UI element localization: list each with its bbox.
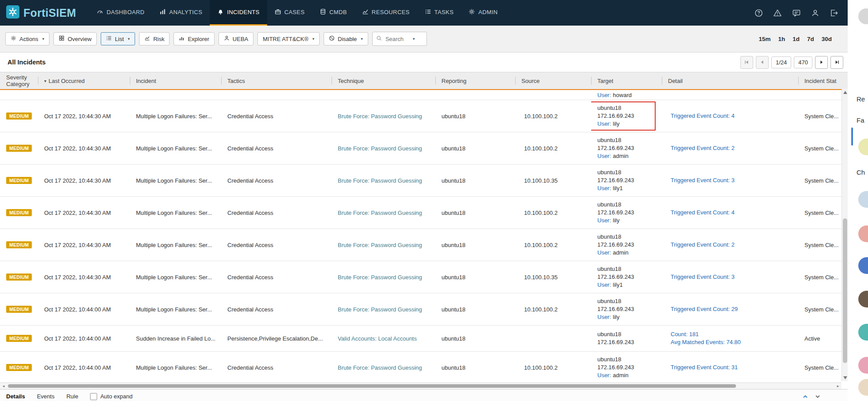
search-box[interactable]: ▾ xyxy=(372,32,427,46)
scroll-down-arrow[interactable] xyxy=(842,374,848,381)
detail-link[interactable]: Avg Matched Events: 74.80 xyxy=(671,338,741,346)
detail-link[interactable]: Triggered Event Count: 2 xyxy=(671,144,735,152)
ueba-button[interactable]: UEBA xyxy=(219,32,253,45)
table-row[interactable]: MEDIUM Oct 17 2022, 10:44:30 AM Multiple… xyxy=(0,132,842,165)
detail-link[interactable]: Triggered Event Count: 29 xyxy=(671,305,738,313)
actions-button[interactable]: Actions ▾ xyxy=(5,32,49,45)
scroll-right-arrow[interactable]: ▸ xyxy=(834,384,842,388)
table-row[interactable]: MEDIUM Oct 17 2022, 10:44:30 AM Multiple… xyxy=(0,165,842,197)
target-cell: ubuntu18 172.16.69.243 User:lily xyxy=(591,197,662,229)
header-tactics[interactable]: Tactics xyxy=(221,72,332,89)
technique-link[interactable]: Brute Force: Password Guessing xyxy=(338,210,422,216)
detail-link[interactable]: Triggered Event Count: 4 xyxy=(671,209,735,217)
header-last-occurred[interactable]: ▾ Last Occurred xyxy=(38,72,130,89)
tab-rule[interactable]: Rule xyxy=(66,393,78,400)
user-icon[interactable] xyxy=(811,9,819,17)
scroll-left-arrow[interactable]: ◂ xyxy=(0,384,7,388)
collapse-up-button[interactable] xyxy=(801,392,810,401)
first-page-button[interactable] xyxy=(740,56,753,69)
header-incident-status[interactable]: Incident Stat xyxy=(798,72,848,89)
table-row[interactable]: MEDIUM Oct 17 2022, 10:44:30 AM Multiple… xyxy=(0,229,842,261)
header-technique[interactable]: Technique xyxy=(332,72,435,89)
header-detail[interactable]: Detail xyxy=(662,72,798,89)
time-range-30d[interactable]: 30d xyxy=(822,36,832,42)
technique-link[interactable]: Brute Force: Password Guessing xyxy=(338,242,422,248)
scrollbar-track[interactable] xyxy=(842,96,848,374)
scrollbar-thumb[interactable] xyxy=(8,384,736,388)
nav-item-cmdb[interactable]: CMDB xyxy=(312,0,355,26)
vertical-scrollbar[interactable] xyxy=(842,89,848,381)
mitre-attack-button[interactable]: MITRE ATT&CK® ▾ xyxy=(257,32,320,45)
table-row[interactable]: MEDIUM Oct 17 2022, 10:44:30 AM Multiple… xyxy=(0,261,842,293)
header-source[interactable]: Source xyxy=(515,72,591,89)
technique-link[interactable]: Brute Force: Password Guessing xyxy=(338,145,422,152)
alert-triangle-icon[interactable] xyxy=(773,9,782,17)
time-range-1h[interactable]: 1h xyxy=(778,36,785,42)
detail-link[interactable]: Triggered Event Count: 3 xyxy=(671,176,735,184)
time-range-7d[interactable]: 7d xyxy=(807,36,814,42)
technique-link[interactable]: Brute Force: Password Guessing xyxy=(338,274,422,281)
risk-button[interactable]: Risk xyxy=(139,32,170,45)
technique-link[interactable]: Brute Force: Password Guessing xyxy=(338,306,422,313)
technique-link[interactable]: Brute Force: Password Guessing xyxy=(338,364,422,371)
overview-button[interactable]: Overview xyxy=(53,32,97,45)
explorer-button[interactable]: Explorer xyxy=(174,32,214,45)
search-input[interactable] xyxy=(385,35,409,43)
technique-link[interactable]: Valid Accounts: Local Accounts xyxy=(338,335,417,342)
table-row[interactable]: MEDIUM Oct 17 2022, 10:44:30 AM Multiple… xyxy=(0,197,842,229)
time-range-1d[interactable]: 1d xyxy=(793,36,800,42)
table-row-partial[interactable]: User:howard xyxy=(0,90,842,100)
header-severity-category[interactable]: Severity Category xyxy=(0,72,38,89)
tab-all-incidents[interactable]: All Incidents xyxy=(0,59,50,66)
technique-link[interactable]: Brute Force: Password Guessing xyxy=(338,113,422,120)
table-row[interactable]: MEDIUM Oct 17 2022, 10:44:00 AM Multiple… xyxy=(0,293,842,326)
header-target[interactable]: Target xyxy=(591,72,662,89)
disable-button[interactable]: Disable ▾ xyxy=(324,32,368,45)
brand[interactable]: FortiSIEM xyxy=(0,0,89,26)
scrollbar-track[interactable] xyxy=(7,383,834,389)
chat-icon[interactable] xyxy=(792,9,801,17)
nav-item-admin[interactable]: ADMIN xyxy=(461,0,505,26)
collapse-down-button[interactable] xyxy=(813,392,822,401)
nav-item-incidents[interactable]: INCIDENTS xyxy=(210,0,267,26)
nav-item-resources[interactable]: RESOURCES xyxy=(355,0,417,26)
scrollbar-thumb[interactable] xyxy=(843,218,847,363)
nav-item-dashboard[interactable]: DASHBOARD xyxy=(89,0,152,26)
table-row[interactable]: MEDIUM Oct 17 2022, 10:44:00 AM Sudden I… xyxy=(0,326,842,352)
detail-link[interactable]: Count: 181 xyxy=(671,330,699,338)
logout-icon[interactable] xyxy=(830,9,838,17)
tab-details[interactable]: Details xyxy=(6,393,25,400)
detail-link[interactable]: Triggered Event Count: 4 xyxy=(671,112,735,120)
header-reporting[interactable]: Reporting xyxy=(435,72,515,89)
help-icon[interactable] xyxy=(755,9,763,17)
previous-page-button[interactable] xyxy=(756,56,769,69)
detail-link[interactable]: Triggered Event Count: 2 xyxy=(671,241,735,249)
technique-link[interactable]: Brute Force: Password Guessing xyxy=(338,177,422,184)
nav-item-tasks[interactable]: TASKS xyxy=(417,0,461,26)
table-row[interactable]: MEDIUM Oct 17 2022, 10:44:00 AM Multiple… xyxy=(0,352,842,382)
reporting-cell xyxy=(435,90,515,100)
severity-cell: MEDIUM xyxy=(0,132,38,164)
detail-link[interactable]: Triggered Event Count: 3 xyxy=(671,273,735,281)
incident-cell: Multiple Logon Failures: Ser... xyxy=(130,165,221,196)
scroll-up-arrow[interactable] xyxy=(842,89,848,96)
page-indicator[interactable]: 1/24 xyxy=(771,56,791,68)
time-range-15m[interactable]: 15m xyxy=(759,36,770,42)
header-incident[interactable]: Incident xyxy=(130,72,221,89)
last-page-button[interactable] xyxy=(830,56,843,69)
detail-cell: Triggered Event Count: 29 xyxy=(662,293,798,325)
auto-expand-toggle[interactable]: Auto expand xyxy=(90,393,132,400)
next-page-button[interactable] xyxy=(815,56,828,69)
detail-link[interactable]: Triggered Event Count: 31 xyxy=(671,364,738,371)
header-label: Target xyxy=(597,78,613,84)
last-occurred-cell xyxy=(38,90,130,100)
auto-expand-checkbox[interactable] xyxy=(90,393,97,400)
target-ip: 172.16.69.243 xyxy=(597,364,634,371)
nav-item-cases[interactable]: CASES xyxy=(267,0,312,26)
table-row[interactable]: MEDIUM Oct 17 2022, 10:44:30 AM Multiple… xyxy=(0,100,842,132)
tab-events[interactable]: Events xyxy=(37,393,55,400)
severity-cell: MEDIUM xyxy=(0,326,38,351)
nav-item-analytics[interactable]: ANALYTICS xyxy=(152,0,210,26)
list-view-button[interactable]: List ▾ xyxy=(101,32,135,45)
horizontal-scrollbar[interactable]: ◂ ▸ xyxy=(0,382,842,389)
